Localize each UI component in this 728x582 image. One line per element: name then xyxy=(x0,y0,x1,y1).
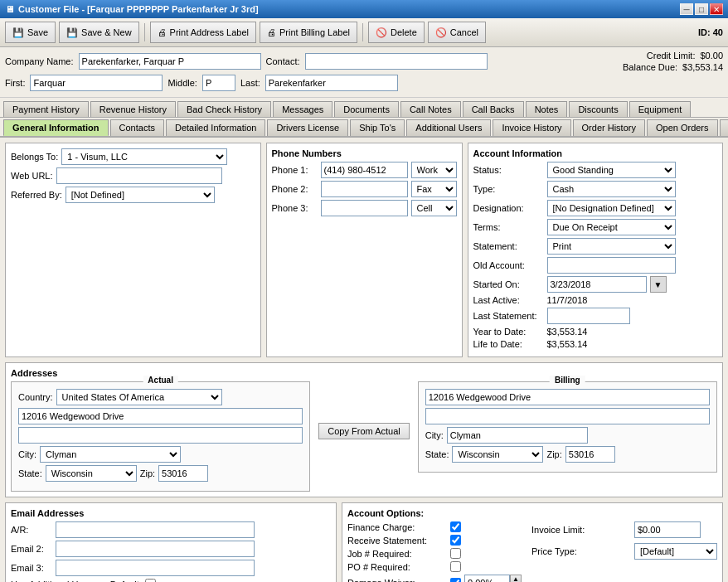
tab-open-orders[interactable]: Open Orders xyxy=(647,119,718,136)
phone3-input[interactable] xyxy=(321,200,408,216)
last-input[interactable] xyxy=(265,75,398,91)
last-statement-input[interactable] xyxy=(547,308,630,324)
contact-input[interactable] xyxy=(305,53,488,70)
save-button[interactable]: 💾 Save xyxy=(5,22,56,43)
phone1-input[interactable] xyxy=(321,162,408,178)
billing-addr1-input[interactable] xyxy=(425,389,710,405)
print-billing-button[interactable]: 🖨 Print Billing Label xyxy=(260,22,357,43)
billing-zip-input[interactable] xyxy=(565,446,615,463)
spinner-up[interactable]: ▲ xyxy=(510,575,522,582)
old-account-input[interactable] xyxy=(547,257,676,274)
status-select[interactable]: Good Standing xyxy=(547,162,676,178)
tab-credit-history[interactable]: Credit History xyxy=(720,119,728,136)
tab-messages[interactable]: Messages xyxy=(273,101,332,117)
ar-label: A/R: xyxy=(11,525,52,535)
tab-bad-check-history[interactable]: Bad Check History xyxy=(177,101,271,117)
email2-input[interactable] xyxy=(56,541,255,557)
ar-input[interactable] xyxy=(56,521,255,538)
tab-ship-tos[interactable]: Ship To's xyxy=(350,119,405,136)
tab-additional-users[interactable]: Additional Users xyxy=(406,119,491,136)
tab-detailed-information[interactable]: Detailed Information xyxy=(166,119,265,136)
status-row: Status: Good Standing xyxy=(473,162,718,178)
receive-statement-checkbox[interactable] xyxy=(450,535,461,546)
job-required-checkbox[interactable] xyxy=(450,548,461,559)
minimize-button[interactable]: ─ xyxy=(680,3,693,15)
type-select[interactable]: Cash xyxy=(547,181,676,197)
billing-addr1-row xyxy=(425,389,710,405)
use-additional-checkbox[interactable] xyxy=(145,579,156,582)
price-type-select[interactable]: [Default] xyxy=(634,543,717,560)
referred-by-select[interactable]: [Not Defined] xyxy=(66,187,215,203)
actual-country-select[interactable]: United States Of America xyxy=(56,389,222,405)
middle-input[interactable] xyxy=(202,75,235,91)
print-address-button[interactable]: 🖨 Print Address Label xyxy=(150,22,256,43)
company-row: Company Name: Contact: Credit Limit: $0.… xyxy=(5,51,723,72)
company-name-input[interactable] xyxy=(79,53,261,70)
tab-documents[interactable]: Documents xyxy=(334,101,399,117)
close-button[interactable]: ✕ xyxy=(710,3,723,15)
tab-contacts[interactable]: Contacts xyxy=(110,119,164,136)
toolbar-sep-1 xyxy=(144,23,145,41)
started-on-input[interactable] xyxy=(547,276,647,293)
statement-select[interactable]: Print xyxy=(547,238,676,255)
billing-state-label: State: xyxy=(425,449,449,459)
phone1-type-select[interactable]: Work xyxy=(411,162,457,178)
actual-state-label: State: xyxy=(18,468,42,478)
finance-charge-checkbox[interactable] xyxy=(450,521,461,532)
cancel-button[interactable]: 🚫 Cancel xyxy=(428,22,486,43)
statement-row: Statement: Print xyxy=(473,238,718,255)
options-left: Finance Charge: Receive Statement: Job #… xyxy=(347,521,522,582)
tab-order-history[interactable]: Order History xyxy=(573,119,645,136)
year-to-date-value: $3,553.14 xyxy=(547,327,588,337)
billing-state-select[interactable]: Wisconsin xyxy=(452,446,543,463)
phone2-input[interactable] xyxy=(321,181,408,197)
delete-button[interactable]: 🚫 Delete xyxy=(368,22,425,43)
job-required-label: Job # Required: xyxy=(347,549,447,559)
po-required-checkbox[interactable] xyxy=(450,561,461,572)
tab-general-information[interactable]: General Information xyxy=(3,119,109,136)
actual-addr1-input[interactable] xyxy=(18,408,303,424)
cancel-icon: 🚫 xyxy=(435,27,447,38)
company-name-label: Company Name: xyxy=(5,56,74,66)
app-icon: 🖥 xyxy=(5,4,14,14)
actual-addr2-input[interactable] xyxy=(18,427,303,444)
year-to-date-row: Year to Date: $3,553.14 xyxy=(473,327,718,337)
save-new-button[interactable]: 💾 Save & New xyxy=(59,22,139,43)
tab-invoice-history[interactable]: Invoice History xyxy=(493,119,570,136)
tab-equipment[interactable]: Equipment xyxy=(629,101,692,117)
form-area: Company Name: Contact: Credit Limit: $0.… xyxy=(0,47,728,98)
terms-select[interactable]: Due On Receipt xyxy=(547,219,676,235)
actual-state-select[interactable]: Wisconsin xyxy=(46,465,137,482)
web-url-input[interactable] xyxy=(56,167,222,184)
billing-addr2-row xyxy=(425,408,710,424)
damage-waiver-input[interactable] xyxy=(464,575,510,582)
maximize-button[interactable]: □ xyxy=(695,3,708,15)
phone2-type-select[interactable]: Fax xyxy=(411,181,457,197)
billing-state-row: State: Wisconsin Zip: xyxy=(425,446,710,463)
started-on-row: Started On: ▼ xyxy=(473,276,718,293)
actual-zip-input[interactable] xyxy=(158,465,208,482)
first-input[interactable] xyxy=(30,75,163,91)
damage-waiver-row: Damage Waiver: ▲ ▼ xyxy=(347,575,522,582)
damage-waiver-checkbox[interactable] xyxy=(450,578,461,583)
tab-call-notes[interactable]: Call Notes xyxy=(400,101,461,117)
tab-payment-history[interactable]: Payment History xyxy=(3,101,89,117)
designation-row: Designation: [No Designation Defined] xyxy=(473,200,718,216)
copy-from-actual-button[interactable]: Copy From Actual xyxy=(318,423,409,439)
designation-select[interactable]: [No Designation Defined] xyxy=(547,200,676,216)
email3-input[interactable] xyxy=(56,560,255,576)
save-icon: 💾 xyxy=(12,27,24,38)
tab-revenue-history[interactable]: Revenue History xyxy=(90,101,176,117)
tab-discounts[interactable]: Discounts xyxy=(569,101,627,117)
billing-city-input[interactable] xyxy=(447,427,588,444)
invoice-limit-input[interactable] xyxy=(634,521,701,538)
old-account-label: Old Account: xyxy=(473,260,544,270)
billing-addr2-input[interactable] xyxy=(425,408,710,424)
tab-notes[interactable]: Notes xyxy=(526,101,568,117)
actual-city-select[interactable]: Clyman xyxy=(40,446,181,463)
tab-call-backs[interactable]: Call Backs xyxy=(463,101,524,117)
phone3-type-select[interactable]: Cell xyxy=(411,200,457,216)
belongs-to-select[interactable]: 1 - Visum, LLC xyxy=(61,148,227,165)
started-on-calendar[interactable]: ▼ xyxy=(650,276,667,293)
tab-drivers-license[interactable]: Drivers License xyxy=(267,119,348,136)
